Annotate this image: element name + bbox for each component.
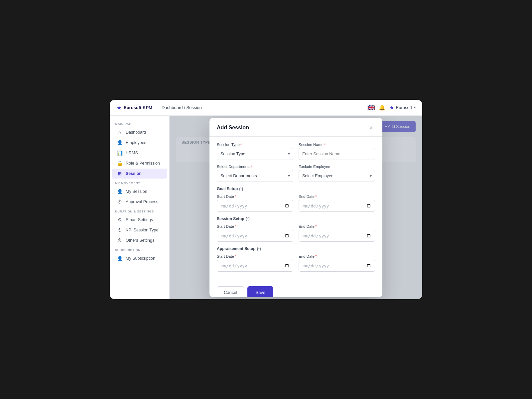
user-star-icon: ★: [389, 104, 394, 111]
kpi-icon: ⏱: [117, 227, 122, 233]
employees-icon: 👤: [117, 140, 122, 145]
exclude-employee-select[interactable]: Select Employee: [299, 170, 375, 182]
departments-select-wrapper: Select Departments: [217, 170, 293, 182]
approval-icon: ⏱: [117, 199, 122, 204]
content-area: Show 10 25 50 + Add Session Session Type…: [170, 116, 422, 299]
modal-body: Session Type* Session Type: [209, 137, 382, 282]
sidebar-item-employees[interactable]: 👤 Employees: [112, 138, 167, 148]
user-area[interactable]: ★ Eurosoft ▾: [389, 104, 416, 111]
session-type-label: Session Type*: [217, 143, 293, 147]
sidebar-label-role-permission: Role & Permission: [126, 161, 160, 166]
appraisement-start-date-input[interactable]: [217, 260, 293, 272]
form-group-session-type: Session Type* Session Type: [217, 143, 293, 160]
sidebar-section-subscription: SUBSCRIPTION: [110, 246, 169, 253]
header-right: 🇬🇧 🔔 ★ Eurosoft ▾: [367, 104, 416, 111]
form-row-session-info: Session Type* Session Type: [217, 143, 375, 160]
session-setup-section: Session Setup (-) Start Date*: [217, 216, 375, 242]
sidebar-item-role-permission[interactable]: 🔒 Role & Permission: [112, 158, 167, 168]
form-group-exclude-employee: Exclude Employee Select Employee: [299, 165, 375, 182]
session-name-label: Session Name*: [299, 143, 375, 147]
sidebar-item-smart-settings[interactable]: ⚙ Smart Settings: [112, 215, 167, 225]
logo: ★ Eurosoft KPM: [116, 104, 152, 111]
appraisement-setup-section: Appraisement Setup (-) Start Date*: [217, 246, 375, 272]
session-name-input[interactable]: [299, 148, 375, 160]
lock-icon: 🔒: [117, 161, 122, 166]
sidebar-item-approval-process[interactable]: ⏱ Approval Process: [112, 197, 167, 207]
user-dropdown-chevron-icon: ▾: [414, 106, 416, 109]
breadcrumb-current: Session: [186, 105, 201, 110]
add-session-modal: Add Session × Session Type*: [209, 118, 382, 297]
goal-setup-section: Goal Setup (-) Start Date*: [217, 187, 375, 212]
session-start-date-group: Start Date*: [217, 224, 293, 242]
sidebar-item-my-session[interactable]: 👤 My Session: [112, 187, 167, 197]
sidebar-item-dashboard[interactable]: ⌂ Dashboard: [112, 127, 167, 137]
form-row-departments: Select Departments* Select Departments E…: [217, 165, 375, 182]
goal-start-date-label: Start Date*: [217, 195, 293, 199]
session-start-date-input[interactable]: [217, 230, 293, 242]
save-button[interactable]: Save: [247, 286, 273, 297]
sidebar-label-my-subscription: My Subscription: [126, 256, 155, 261]
flag-icon[interactable]: 🇬🇧: [367, 104, 375, 111]
select-departments-label: Select Departments*: [217, 165, 293, 169]
cancel-button[interactable]: Cancel: [217, 286, 244, 297]
session-end-date-label: End Date*: [299, 224, 375, 228]
session-end-date-group: End Date*: [299, 224, 375, 242]
sidebar-item-session[interactable]: ⊞ Session: [112, 169, 167, 179]
hrms-icon: 📊: [117, 150, 122, 156]
session-end-date-input[interactable]: [299, 230, 375, 242]
appraisement-start-date-label: Start Date*: [217, 254, 293, 258]
others-icon: ⏱: [117, 238, 122, 243]
sidebar-label-smart-settings: Smart Settings: [126, 217, 153, 222]
appraisement-end-date-input[interactable]: [299, 260, 375, 272]
session-setup-dates: Start Date* End Date*: [217, 224, 375, 242]
subscription-icon: 👤: [117, 256, 122, 261]
goal-setup-title: Goal Setup (-): [217, 187, 375, 191]
goal-end-date-input[interactable]: [299, 200, 375, 212]
home-icon: ⌂: [117, 130, 122, 135]
goal-end-date-group: End Date*: [299, 195, 375, 212]
session-setup-title: Session Setup (-): [217, 216, 375, 221]
goal-end-date-label: End Date*: [299, 195, 375, 199]
appraisement-end-date-group: End Date*: [299, 254, 375, 272]
form-group-select-departments: Select Departments* Select Departments: [217, 165, 293, 182]
grid-icon: ⊞: [117, 171, 122, 176]
sidebar-label-my-session: My Session: [126, 189, 147, 194]
form-group-session-name: Session Name*: [299, 143, 375, 160]
modal-title: Add Session: [217, 125, 249, 131]
sidebar-item-kpi-session-type[interactable]: ⏱ KPI Session Type: [112, 225, 167, 235]
modal-overlay: Add Session × Session Type*: [170, 116, 422, 299]
logo-text: Eurosoft KPM: [124, 105, 152, 110]
user-name: Eurosoft: [396, 105, 412, 110]
departments-select[interactable]: Select Departments: [217, 170, 293, 182]
goal-start-date-input[interactable]: [217, 200, 293, 212]
sidebar-item-others-settings[interactable]: ⏱ Others Settings: [112, 235, 167, 245]
exclude-employee-select-wrapper: Select Employee: [299, 170, 375, 182]
app-container: ★ Eurosoft KPM Dashboard / Session 🇬🇧 🔔 …: [110, 100, 422, 299]
session-type-select[interactable]: Session Type: [217, 148, 293, 160]
sidebar-section-main: MAIN PAGE: [110, 120, 169, 127]
sidebar-label-others-settings: Others Settings: [126, 238, 154, 243]
exclude-employee-label: Exclude Employee: [299, 165, 375, 169]
breadcrumb: Dashboard / Session: [162, 105, 202, 110]
session-start-date-label: Start Date*: [217, 224, 293, 228]
session-type-select-wrapper: Session Type: [217, 148, 293, 160]
appraisement-end-date-label: End Date*: [299, 254, 375, 258]
sidebar-label-session: Session: [126, 171, 142, 176]
sidebar-item-hrms[interactable]: 📊 HRMS: [112, 148, 167, 158]
goal-start-date-group: Start Date*: [217, 195, 293, 212]
logo-star-icon: ★: [116, 104, 122, 111]
appraisement-setup-title: Appraisement Setup (-): [217, 246, 375, 251]
breadcrumb-home[interactable]: Dashboard: [162, 105, 183, 110]
header-left: ★ Eurosoft KPM Dashboard / Session: [116, 104, 202, 111]
sidebar-section-duration: DURATION & SETTINGS: [110, 207, 169, 214]
sidebar: MAIN PAGE ⌂ Dashboard 👤 Employees 📊 HRMS…: [110, 116, 170, 299]
sidebar-label-hrms: HRMS: [126, 151, 138, 155]
sidebar-label-approval-process: Approval Process: [126, 200, 158, 204]
sidebar-item-my-subscription[interactable]: 👤 My Subscription: [112, 253, 167, 263]
settings-icon: ⚙: [117, 217, 122, 222]
bell-icon[interactable]: 🔔: [379, 104, 385, 111]
main-layout: MAIN PAGE ⌂ Dashboard 👤 Employees 📊 HRMS…: [110, 116, 422, 299]
my-session-icon: 👤: [117, 189, 122, 194]
appraisement-start-date-group: Start Date*: [217, 254, 293, 272]
modal-close-button[interactable]: ×: [367, 124, 375, 132]
